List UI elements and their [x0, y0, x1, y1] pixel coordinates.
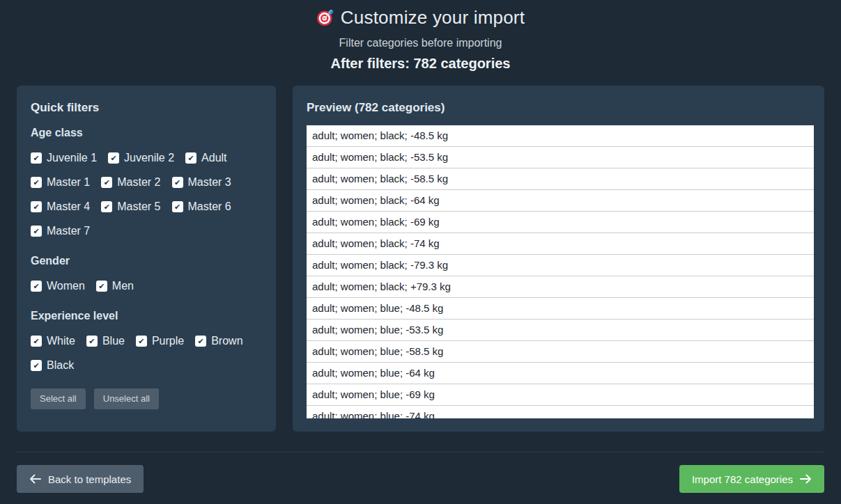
checkbox-blue[interactable]: ✔ Blue	[86, 333, 125, 349]
preview-row: adult; women; black; +79.3 kg	[307, 276, 814, 298]
checkbox-white[interactable]: ✔ White	[31, 333, 75, 349]
checkbox-master-4[interactable]: ✔ Master 4	[31, 199, 90, 214]
preview-row: adult; women; blue; -74 kg	[307, 406, 814, 418]
checkbox-label: White	[47, 333, 75, 349]
option-line: ✔ White ✔ Blue ✔ Purple ✔ Brown	[31, 333, 262, 349]
checkbox-label: Adult	[201, 150, 226, 166]
checkbox-brown[interactable]: ✔ Brown	[195, 333, 242, 349]
checkbox-checked-icon[interactable]: ✔	[136, 336, 147, 347]
filter-group-gender: Gender ✔ Women ✔ Men	[31, 254, 262, 294]
option-line: ✔ Master 7	[31, 223, 262, 239]
filter-group-experience-level: Experience level ✔ White ✔ Blue ✔ Purple…	[31, 309, 262, 373]
checkbox-master-7[interactable]: ✔ Master 7	[31, 223, 90, 239]
checkbox-checked-icon[interactable]: ✔	[195, 336, 206, 347]
checkbox-women[interactable]: ✔ Women	[31, 278, 85, 294]
page-title: Customize your import	[341, 7, 525, 29]
preview-row: adult; women; black; -58.5 kg	[307, 168, 814, 190]
unselect-all-button[interactable]: Unselect all	[94, 388, 159, 409]
option-line: ✔ Master 4 ✔ Master 5 ✔ Master 6	[31, 199, 262, 214]
checkbox-checked-icon[interactable]: ✔	[31, 177, 42, 188]
after-filters-count: After filters: 782 categories	[0, 56, 841, 72]
preview-row: adult; women; blue; -64 kg	[307, 363, 814, 384]
option-line: ✔ Women ✔ Men	[31, 278, 262, 294]
preview-title: Preview (782 categories)	[307, 101, 814, 115]
checkbox-label: Purple	[152, 333, 184, 349]
checkbox-juvenile-2[interactable]: ✔ Juvenile 2	[108, 150, 174, 166]
preview-row: adult; women; blue; -58.5 kg	[307, 341, 814, 363]
preview-panel: Preview (782 categories) adult; women; b…	[293, 86, 824, 432]
checkbox-label: Master 7	[47, 223, 90, 239]
checkbox-checked-icon[interactable]: ✔	[31, 336, 42, 347]
checkbox-checked-icon[interactable]: ✔	[86, 336, 98, 347]
preview-row: adult; women; black; -53.5 kg	[307, 147, 814, 168]
checkbox-checked-icon[interactable]: ✔	[31, 281, 42, 292]
checkbox-master-1[interactable]: ✔ Master 1	[31, 175, 90, 190]
checkbox-label: Men	[112, 278, 134, 294]
checkbox-label: Blue	[102, 333, 125, 349]
group-label-age-class: Age class	[31, 126, 262, 140]
preview-row: adult; women; blue; -69 kg	[307, 384, 814, 406]
checkbox-checked-icon[interactable]: ✔	[108, 152, 119, 164]
checkbox-checked-icon[interactable]: ✔	[31, 226, 42, 237]
back-to-templates-button[interactable]: Back to templates	[17, 465, 144, 493]
checkbox-label: Master 6	[188, 199, 231, 214]
preview-row: adult; women; black; -74 kg	[307, 233, 814, 255]
back-button-label: Back to templates	[48, 474, 131, 485]
target-icon	[316, 9, 334, 26]
checkbox-master-6[interactable]: ✔ Master 6	[172, 199, 231, 214]
checkbox-adult[interactable]: ✔ Adult	[185, 150, 226, 166]
checkbox-label: Master 1	[47, 175, 90, 190]
checkbox-label: Juvenile 2	[124, 150, 174, 166]
page-header: Customize your import Filter categories …	[0, 0, 841, 72]
group-label-gender: Gender	[31, 254, 262, 268]
import-categories-button[interactable]: Import 782 categories	[679, 465, 824, 493]
checkbox-checked-icon[interactable]: ✔	[172, 201, 183, 212]
checkbox-checked-icon[interactable]: ✔	[96, 281, 107, 292]
main-content: Quick filters Age class ✔ Juvenile 1 ✔ J…	[17, 86, 824, 432]
checkbox-checked-icon[interactable]: ✔	[31, 360, 42, 371]
preview-row: adult; women; black; -64 kg	[307, 190, 814, 212]
checkbox-purple[interactable]: ✔ Purple	[136, 333, 184, 349]
checkbox-master-3[interactable]: ✔ Master 3	[172, 175, 231, 190]
preview-list[interactable]: adult; women; black; -48.5 kg adult; wom…	[307, 125, 814, 418]
checkbox-checked-icon[interactable]: ✔	[172, 177, 183, 188]
checkbox-label: Women	[47, 278, 85, 294]
preview-row: adult; women; black; -48.5 kg	[307, 125, 814, 147]
preview-row: adult; women; black; -69 kg	[307, 212, 814, 233]
filter-group-age-class: Age class ✔ Juvenile 1 ✔ Juvenile 2 ✔ Ad…	[31, 126, 262, 239]
checkbox-checked-icon[interactable]: ✔	[31, 152, 42, 164]
checkbox-juvenile-1[interactable]: ✔ Juvenile 1	[31, 150, 97, 166]
checkbox-label: Master 3	[188, 175, 231, 190]
option-line: ✔ Juvenile 1 ✔ Juvenile 2 ✔ Adult	[31, 150, 262, 166]
import-button-label: Import 782 categories	[692, 474, 793, 485]
preview-row: adult; women; blue; -48.5 kg	[307, 298, 814, 320]
footer-bar: Back to templates Import 782 categories	[17, 452, 824, 493]
select-all-button[interactable]: Select all	[31, 388, 86, 409]
checkbox-checked-icon[interactable]: ✔	[101, 177, 112, 188]
option-line: ✔ Black	[31, 358, 262, 373]
quick-filters-title: Quick filters	[31, 101, 262, 115]
back-arrow-icon	[29, 474, 41, 484]
checkbox-master-5[interactable]: ✔ Master 5	[101, 199, 160, 214]
filter-actions: Select all Unselect all	[31, 388, 262, 409]
checkbox-label: Brown	[211, 333, 242, 349]
preview-row: adult; women; black; -79.3 kg	[307, 255, 814, 276]
checkbox-label: Master 4	[47, 199, 90, 214]
option-line: ✔ Master 1 ✔ Master 2 ✔ Master 3	[31, 175, 262, 190]
checkbox-checked-icon[interactable]: ✔	[101, 201, 112, 212]
group-label-experience-level: Experience level	[31, 309, 262, 323]
checkbox-label: Master 5	[117, 199, 160, 214]
page-subtitle: Filter categories before importing	[0, 37, 841, 49]
checkbox-men[interactable]: ✔ Men	[96, 278, 134, 294]
title-row: Customize your import	[0, 7, 841, 29]
preview-row: adult; women; blue; -53.5 kg	[307, 320, 814, 341]
checkbox-label: Black	[47, 358, 74, 373]
quick-filters-panel: Quick filters Age class ✔ Juvenile 1 ✔ J…	[17, 86, 276, 432]
checkbox-label: Juvenile 1	[47, 150, 97, 166]
checkbox-checked-icon[interactable]: ✔	[31, 201, 42, 212]
checkbox-master-2[interactable]: ✔ Master 2	[101, 175, 160, 190]
checkbox-black[interactable]: ✔ Black	[31, 358, 74, 373]
checkbox-checked-icon[interactable]: ✔	[185, 152, 196, 164]
forward-arrow-icon	[800, 474, 812, 484]
checkbox-label: Master 2	[117, 175, 160, 190]
